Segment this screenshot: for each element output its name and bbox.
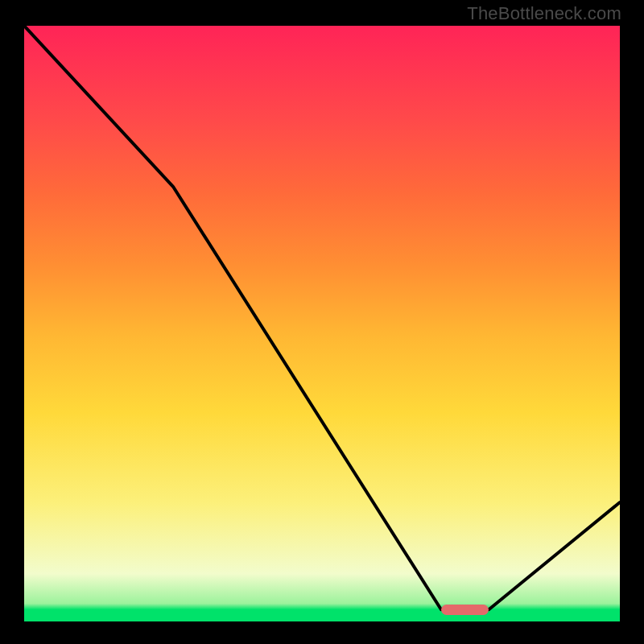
chart-frame (24, 26, 620, 621)
optimal-range-marker (441, 605, 489, 615)
watermark-text: TheBottleneck.com (467, 3, 621, 24)
chart-background-gradient (24, 26, 620, 621)
